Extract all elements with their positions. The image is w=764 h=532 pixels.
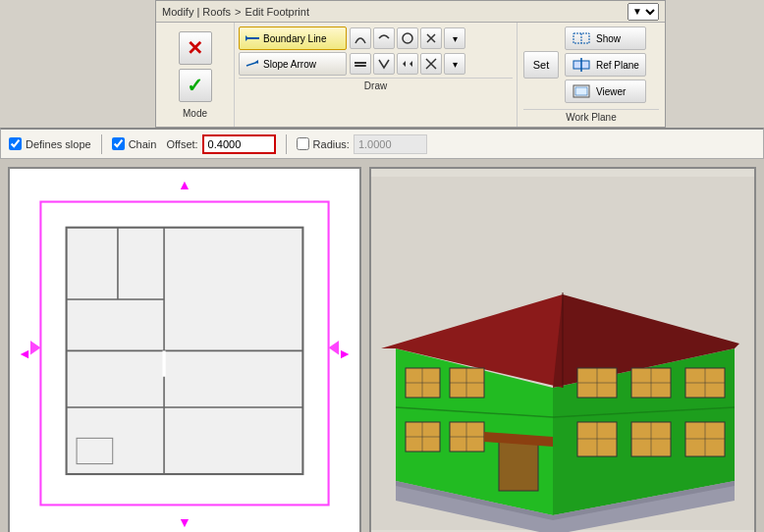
chain-label: Chain	[129, 138, 157, 150]
breadcrumb-part2: Edit Footprint	[246, 6, 309, 18]
separator-1	[101, 134, 102, 154]
draw-tools: Boundary Line	[239, 27, 513, 76]
viewport-left[interactable]: ▲ ▼ ◄ ►	[8, 167, 361, 532]
boundary-arrow-top: ▲	[178, 177, 191, 192]
defines-slope-label: Defines slope	[26, 138, 91, 150]
boundary-line-button[interactable]: Boundary Line	[239, 27, 347, 50]
draw-panel: Boundary Line	[235, 23, 518, 127]
toolbar-container: Modify | Roofs > Edit Footprint ▼ ✕ ✓ Mo…	[155, 0, 666, 128]
defines-slope-checkbox[interactable]	[9, 137, 22, 150]
breadcrumb-part1: Modify | Roofs	[162, 6, 231, 18]
confirm-button[interactable]: ✓	[179, 69, 212, 102]
viewer-icon	[572, 83, 591, 99]
radius-input[interactable]	[354, 134, 427, 154]
pick-tool-dropdown[interactable]: ▾	[444, 53, 465, 75]
pick-tool-4[interactable]	[420, 53, 442, 75]
slope-arrow-icon	[245, 56, 260, 72]
arc-tool-2[interactable]	[373, 27, 395, 49]
radius-checkbox[interactable]	[297, 137, 309, 150]
svg-rect-14	[575, 87, 587, 95]
boundary-arrow-right: ►	[338, 346, 352, 361]
boundary-line-row: Boundary Line	[239, 27, 513, 50]
chain-group: Chain	[112, 137, 157, 150]
toolbar-body: ✕ ✓ Mode Boundary Line	[156, 23, 665, 127]
svg-point-2	[403, 33, 412, 43]
offset-label: Offset:	[166, 138, 197, 150]
main-content: ▲ ▼ ◄ ►	[0, 159, 764, 532]
slope-arrow-row: Slope Arrow	[239, 52, 513, 76]
pick-tool-2[interactable]	[373, 53, 395, 75]
ref-plane-label: Ref Plane	[596, 60, 639, 71]
ref-plane-icon	[572, 57, 591, 73]
radius-label: Radius:	[313, 138, 350, 150]
dropdown-selector[interactable]: ▼	[628, 3, 659, 21]
defines-slope-group: Defines slope	[9, 137, 91, 150]
boundary-line-icon	[245, 30, 260, 46]
separator-2	[286, 134, 287, 154]
show-button[interactable]: Show	[565, 27, 646, 50]
chain-checkbox[interactable]	[112, 137, 125, 150]
floor-plan-svg	[10, 169, 359, 532]
arc-tool-dropdown[interactable]: ▾	[444, 27, 465, 49]
viewer-label: Viewer	[596, 86, 626, 97]
svg-marker-26	[30, 341, 40, 355]
radius-group: Radius:	[297, 134, 427, 154]
offset-group: Offset:	[166, 134, 275, 154]
svg-rect-5	[355, 62, 366, 64]
viewer-button[interactable]: Viewer	[565, 80, 646, 103]
mode-label: Mode	[183, 108, 207, 119]
ref-plane-button[interactable]: Ref Plane	[565, 53, 646, 77]
svg-rect-6	[355, 65, 366, 67]
pick-tool-1[interactable]	[350, 53, 371, 75]
slope-arrow-button[interactable]: Slope Arrow	[239, 52, 347, 76]
set-button[interactable]: Set	[523, 51, 559, 79]
breadcrumb: Modify | Roofs > Edit Footprint ▼	[156, 1, 665, 23]
workplane-label: Work Plane	[523, 109, 659, 123]
draw-panel-header: Draw	[239, 78, 513, 91]
pick-tool-3[interactable]	[397, 53, 418, 75]
mode-panel: ✕ ✓ Mode	[156, 23, 235, 127]
house-3d-svg	[371, 169, 754, 532]
boundary-arrow-bottom: ▼	[178, 514, 191, 530]
show-icon	[572, 30, 591, 46]
arc-tool-1[interactable]	[350, 27, 371, 49]
arc-tool-3[interactable]	[397, 27, 418, 49]
cancel-button[interactable]: ✕	[179, 31, 212, 65]
workplane-panel: Set Show Ref Plane	[518, 23, 665, 127]
breadcrumb-separator: >	[235, 6, 241, 18]
offset-input[interactable]	[202, 134, 276, 154]
viewport-right[interactable]	[369, 167, 756, 532]
workplane-set-row: Set Show Ref Plane	[523, 27, 659, 103]
slope-arrow-label: Slope Arrow	[263, 59, 316, 70]
show-label: Show	[596, 33, 621, 44]
svg-marker-1	[246, 35, 248, 41]
boundary-arrow-left: ◄	[18, 346, 31, 361]
boundary-line-label: Boundary Line	[263, 33, 327, 44]
arc-tool-4[interactable]	[420, 27, 442, 49]
options-bar: Defines slope Chain Offset: Radius:	[0, 128, 764, 159]
